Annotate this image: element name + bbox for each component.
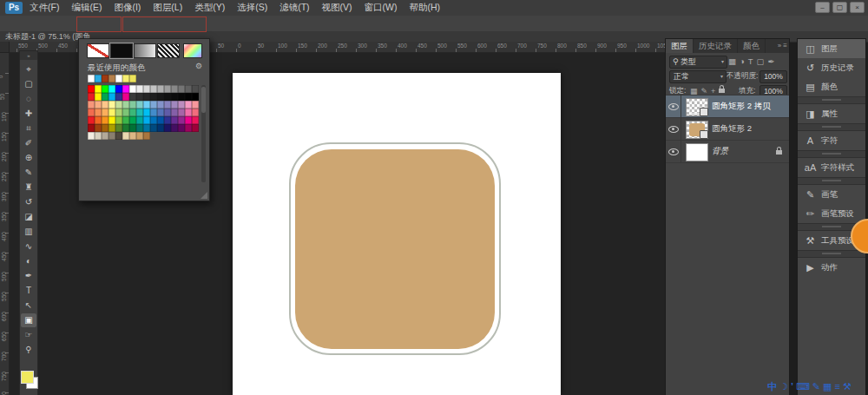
menu-item-3[interactable]: 图层(L)	[153, 2, 182, 14]
color-swatch[interactable]	[185, 116, 192, 124]
foreground-color-swatch[interactable]	[21, 371, 34, 384]
color-swatch[interactable]	[164, 124, 171, 132]
color-swatch[interactable]	[143, 85, 150, 93]
color-swatch[interactable]	[108, 116, 115, 124]
color-swatch[interactable]	[143, 116, 150, 124]
color-swatch[interactable]	[171, 109, 178, 116]
color-swatch[interactable]	[108, 124, 115, 132]
layer-row-2[interactable]: 背景	[666, 141, 789, 163]
color-swatch[interactable]	[88, 85, 95, 93]
color-swatch[interactable]	[150, 101, 157, 109]
no-color-button[interactable]	[87, 43, 109, 58]
layer-filter-select[interactable]: ⚲ 类型 ▾	[669, 56, 727, 69]
minimize-button[interactable]: –	[815, 2, 830, 13]
color-swatch[interactable]	[102, 116, 108, 124]
color-swatch[interactable]	[95, 132, 102, 140]
color-swatch[interactable]	[129, 93, 136, 101]
color-swatch[interactable]	[102, 101, 108, 109]
color-swatch[interactable]	[88, 109, 95, 116]
color-swatch[interactable]	[88, 124, 95, 132]
color-swatch[interactable]	[88, 75, 95, 82]
color-swatch[interactable]	[192, 109, 199, 116]
color-swatch[interactable]	[192, 116, 199, 124]
tab-历史记录[interactable]: 历史记录	[694, 39, 738, 53]
color-swatch[interactable]	[122, 132, 129, 140]
color-swatch[interactable]	[102, 109, 108, 116]
ime-handwriting-icon[interactable]: ✎	[812, 379, 820, 393]
color-swatch[interactable]	[95, 75, 102, 82]
menu-item-8[interactable]: 窗口(W)	[365, 2, 398, 14]
color-swatch[interactable]	[150, 116, 157, 124]
color-swatch[interactable]	[108, 132, 115, 140]
layer-thumbnail[interactable]	[686, 143, 708, 161]
color-swatch[interactable]	[115, 116, 122, 124]
color-swatch[interactable]	[157, 85, 164, 93]
color-swatch[interactable]	[171, 85, 178, 93]
color-swatch[interactable]	[185, 101, 192, 109]
quick-selection-tool[interactable]: ✚	[21, 107, 36, 121]
filter-smart-objects-icon[interactable]: ✒	[768, 56, 775, 67]
color-swatch[interactable]	[171, 124, 178, 132]
color-swatch[interactable]	[115, 75, 122, 82]
ime-keyboard-icon[interactable]: ⌨	[796, 379, 810, 393]
color-swatch[interactable]	[192, 124, 199, 132]
color-swatch[interactable]	[122, 116, 129, 124]
color-swatch[interactable]	[88, 101, 95, 109]
color-swatch[interactable]	[95, 101, 102, 109]
color-swatch[interactable]	[129, 85, 136, 93]
layer-visibility-cell[interactable]	[666, 141, 681, 162]
restore-button[interactable]: ▢	[832, 2, 847, 13]
menu-item-1[interactable]: 编辑(E)	[71, 2, 102, 14]
close-button[interactable]: ×	[850, 2, 865, 13]
color-swatch[interactable]	[150, 93, 157, 101]
color-swatch[interactable]	[102, 85, 108, 93]
opacity-input[interactable]: 100%	[760, 70, 787, 83]
panel-menu-icon[interactable]: » ≡	[778, 39, 787, 53]
color-swatch[interactable]	[108, 85, 115, 93]
color-swatch[interactable]	[115, 101, 122, 109]
dock-item-字符样式[interactable]: aA字符样式	[798, 158, 865, 177]
ime-chinese-icon[interactable]: 中	[767, 379, 777, 393]
color-swatch[interactable]	[157, 124, 164, 132]
color-swatch[interactable]	[157, 109, 164, 116]
color-swatch[interactable]	[178, 109, 185, 116]
menu-item-7[interactable]: 视图(V)	[322, 2, 352, 14]
layer-visibility-cell[interactable]	[666, 118, 681, 140]
color-swatch[interactable]	[192, 85, 199, 93]
color-swatch[interactable]	[143, 132, 150, 140]
layer-thumbnail[interactable]	[686, 98, 708, 116]
color-swatch[interactable]	[108, 101, 115, 109]
color-swatch[interactable]	[157, 101, 164, 109]
dock-item-动作[interactable]: ▶动作	[798, 258, 865, 277]
filter-adjustment-layers-icon[interactable]: ◑	[740, 56, 745, 67]
color-swatch[interactable]	[164, 93, 171, 101]
color-swatch[interactable]	[115, 85, 122, 93]
ime-halfwidth-icon[interactable]: ☽	[779, 379, 788, 393]
color-swatch[interactable]	[136, 85, 143, 93]
dock-item-属性[interactable]: ◨属性	[798, 104, 865, 123]
color-swatch[interactable]	[108, 109, 115, 116]
menu-item-6[interactable]: 滤镜(T)	[279, 2, 309, 14]
eye-icon[interactable]	[668, 126, 679, 133]
tab-图层[interactable]: 图层	[666, 39, 694, 53]
eraser-tool[interactable]: ◪	[21, 210, 36, 224]
color-swatch[interactable]	[102, 75, 108, 82]
color-swatch[interactable]	[178, 101, 185, 109]
layer-visibility-cell[interactable]	[666, 95, 681, 117]
color-swatch[interactable]	[157, 116, 164, 124]
filter-shape-layers-icon[interactable]: ▢	[757, 56, 765, 67]
color-swatch[interactable]	[108, 75, 115, 82]
color-swatch[interactable]	[95, 109, 102, 116]
color-swatch[interactable]	[95, 124, 102, 132]
color-swatch[interactable]	[185, 93, 192, 101]
toolbar-collapse-icon[interactable]: »	[20, 51, 37, 60]
color-swatch[interactable]	[143, 124, 150, 132]
color-swatch[interactable]	[115, 93, 122, 101]
healing-brush-tool[interactable]: ⊕	[21, 151, 36, 165]
lasso-tool[interactable]: ◌	[21, 92, 36, 106]
color-swatch[interactable]	[115, 132, 122, 140]
ime-grid-icon[interactable]: ▦	[823, 379, 832, 393]
color-swatch[interactable]	[185, 85, 192, 93]
hand-tool[interactable]: ☞	[21, 328, 36, 342]
dock-item-图层[interactable]: ◫图层	[798, 39, 865, 58]
